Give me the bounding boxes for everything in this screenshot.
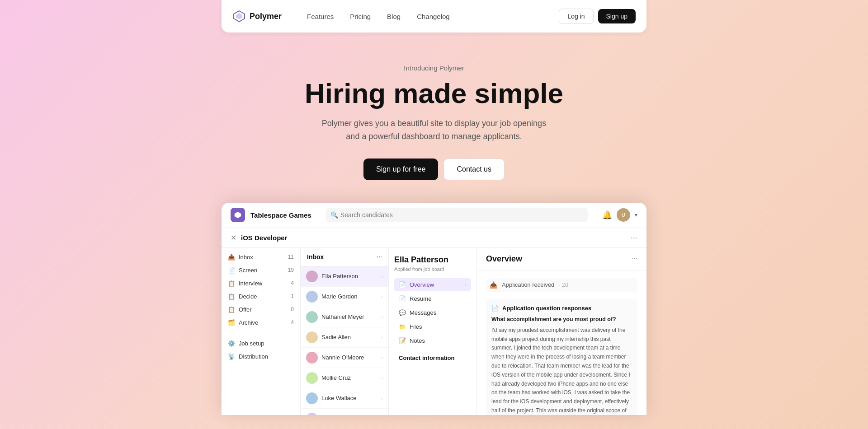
navbar: Polymer Features Pricing Blog Changelog … <box>222 0 646 33</box>
selected-candidate-name: Ella Patterson <box>394 255 471 265</box>
avatar-chevron-down-icon[interactable]: ▾ <box>635 212 637 218</box>
timeline-text: Application received <box>502 281 554 288</box>
user-avatar[interactable]: U <box>617 208 630 222</box>
candidate-name: Mollie Cruz <box>321 374 377 381</box>
candidate-name: Sadie Allen <box>321 334 377 340</box>
list-item[interactable]: Nannie O'Moore › <box>301 348 388 368</box>
candidate-row-chevron-icon: › <box>381 396 383 401</box>
inbox-icon: 📥 <box>228 254 235 261</box>
dashboard-preview: Tablespace Games 🔍 🔔 U ▾ ✕ iOS Developer… <box>222 203 646 415</box>
candidate-row-chevron-icon: › <box>381 274 383 279</box>
application-question: What accomplishment are you most proud o… <box>491 316 632 322</box>
list-item[interactable]: Luke Wallace › <box>301 388 388 409</box>
list-item[interactable]: Mollie Cruz › <box>301 368 388 388</box>
dashboard-sidebar: 📥 Inbox 11 📄 Screen 19 📋 Interview 4 📋 D… <box>222 248 301 415</box>
candidate-avatar <box>306 311 318 323</box>
sidebar-label-archive: Archive <box>239 319 287 326</box>
candidate-nav-messages[interactable]: 💬 Messages <box>394 306 471 319</box>
overview-title: Overview <box>486 254 522 264</box>
archive-icon: 🗂️ <box>228 319 235 326</box>
job-title: iOS Developer <box>241 234 288 242</box>
candidate-name: Nathaniel Meyer <box>321 313 377 320</box>
sidebar-label-screen: Screen <box>239 267 284 274</box>
nav-link-features[interactable]: Features <box>300 9 341 24</box>
application-answer: I'd say my proudest accomplishment was d… <box>491 326 632 415</box>
messages-nav-label: Messages <box>410 309 467 316</box>
overview-nav-label: Overview <box>410 281 461 288</box>
svg-marker-0 <box>235 212 241 218</box>
sidebar-item-screen[interactable]: 📄 Screen 19 <box>222 264 300 277</box>
contact-us-button[interactable]: Contact us <box>443 159 504 180</box>
sidebar-item-job-setup[interactable]: ⚙️ Job setup <box>222 337 300 350</box>
candidate-avatar <box>306 372 318 384</box>
candidate-avatar <box>306 392 318 404</box>
decide-icon: 📋 <box>228 293 235 300</box>
topbar-right: 🔔 U ▾ <box>602 208 637 222</box>
nav-link-changelog[interactable]: Changelog <box>410 9 457 24</box>
candidate-nav-resume[interactable]: 📄 Resume <box>394 292 471 305</box>
dashboard-subheader: ✕ iOS Developer ··· <box>222 228 646 248</box>
messages-nav-icon: 💬 <box>399 309 406 316</box>
resume-nav-label: Resume <box>410 295 467 302</box>
archive-count: 4 <box>291 319 294 326</box>
signup-free-button[interactable]: Sign up for free <box>363 159 438 180</box>
gear-icon: ⚙️ <box>228 340 235 347</box>
sidebar-item-interview[interactable]: 📋 Interview 4 <box>222 277 300 290</box>
interview-icon: 📋 <box>228 280 235 287</box>
list-item[interactable]: Ella Patterson › <box>301 266 388 287</box>
hero-intro: Introducing Polymer <box>9 64 859 72</box>
candidate-avatar <box>306 270 318 282</box>
dashboard-topbar: Tablespace Games 🔍 🔔 U ▾ <box>222 203 646 228</box>
candidate-name: Marie Gordon <box>321 293 377 300</box>
sidebar-label-offer: Offer <box>239 306 287 313</box>
polymer-logo-icon <box>232 9 246 23</box>
search-input[interactable] <box>326 208 588 222</box>
candidate-nav-files[interactable]: 📁 Files <box>394 320 471 333</box>
company-name: Tablespace Games <box>250 211 311 219</box>
list-item[interactable]: Ibrahim Diaz › <box>301 409 388 415</box>
candidate-name: Luke Wallace <box>321 395 377 401</box>
notification-bell-icon[interactable]: 🔔 <box>602 210 612 220</box>
nav-links: Features Pricing Blog Changelog <box>300 9 559 24</box>
overview-more-icon[interactable]: ··· <box>632 255 637 263</box>
overview-nav-icon: 📄 <box>399 281 406 288</box>
sidebar-divider <box>222 333 300 333</box>
close-icon[interactable]: ✕ <box>231 233 236 242</box>
overview-panel: Overview ··· 📥 Application received · 2d… <box>477 248 646 415</box>
candidate-nav-overview[interactable]: 📄 Overview › <box>394 278 471 291</box>
candidate-list-more-icon[interactable]: ··· <box>377 253 382 261</box>
candidate-avatar <box>306 291 318 303</box>
list-item[interactable]: Marie Gordon › <box>301 287 388 307</box>
candidate-nav-notes[interactable]: 📝 Notes <box>394 334 471 347</box>
hero-subtitle: Polymer gives you a beautiful site to di… <box>9 117 859 143</box>
overview-body: 📥 Application received · 2d 📄 Applicatio… <box>477 270 646 415</box>
candidate-avatar <box>306 331 318 343</box>
notes-nav-icon: 📝 <box>399 337 406 344</box>
list-item[interactable]: Nathaniel Meyer › <box>301 307 388 327</box>
nav-actions: Log in Sign up <box>559 9 636 24</box>
sidebar-item-decide[interactable]: 📋 Decide 1 <box>222 290 300 303</box>
signup-button[interactable]: Sign up <box>598 9 636 23</box>
hero-buttons: Sign up for free Contact us <box>9 159 859 180</box>
inbox-count: 11 <box>288 254 294 260</box>
list-item[interactable]: Sadie Allen › <box>301 327 388 348</box>
candidate-row-chevron-icon: › <box>381 335 383 340</box>
files-nav-label: Files <box>410 323 467 330</box>
notes-nav-label: Notes <box>410 337 467 344</box>
sidebar-item-archive[interactable]: 🗂️ Archive 4 <box>222 316 300 329</box>
dashboard-main: 📥 Inbox 11 📄 Screen 19 📋 Interview 4 📋 D… <box>222 248 646 415</box>
candidate-row-chevron-icon: › <box>381 375 383 381</box>
timeline-item: 📥 Application received · 2d <box>486 278 637 292</box>
subheader-more-icon[interactable]: ··· <box>631 233 637 242</box>
logo-link[interactable]: Polymer <box>232 9 282 23</box>
nav-link-blog[interactable]: Blog <box>380 9 408 24</box>
applied-badge: Applied from job board <box>394 266 471 272</box>
overview-nav-chevron-icon: › <box>465 282 467 287</box>
sidebar-item-offer[interactable]: 📋 Offer 0 <box>222 303 300 316</box>
sidebar-item-distribution[interactable]: 📡 Distribution <box>222 350 300 363</box>
login-button[interactable]: Log in <box>559 9 593 24</box>
sidebar-item-inbox[interactable]: 📥 Inbox 11 <box>222 251 300 264</box>
candidate-detail-panel: Ella Patterson Applied from job board 📄 … <box>389 248 477 415</box>
resume-nav-icon: 📄 <box>399 295 406 302</box>
nav-link-pricing[interactable]: Pricing <box>343 9 378 24</box>
